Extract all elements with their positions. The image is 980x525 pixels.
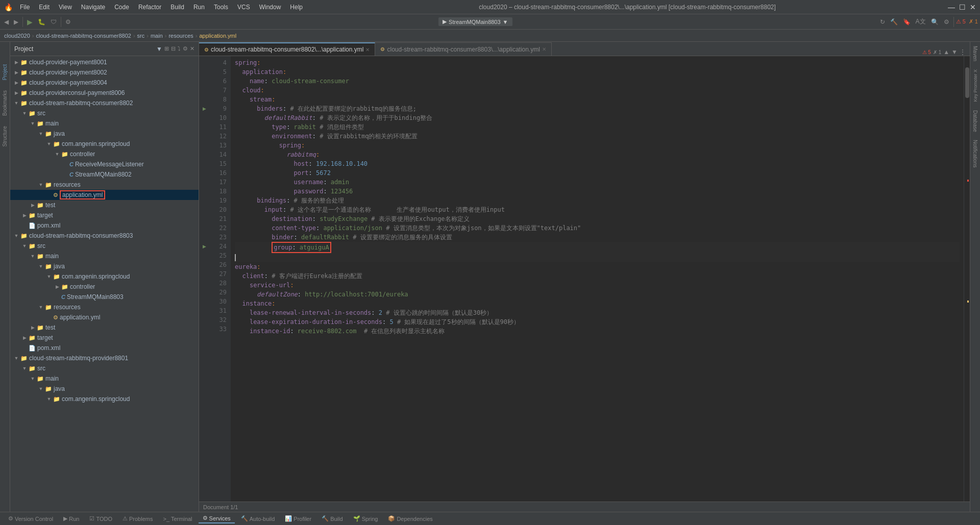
- tree-item-src[interactable]: ▼ 📁 src: [10, 108, 199, 118]
- tree-item-resources8803[interactable]: ▼ 📁 resources: [10, 302, 199, 312]
- more-options-icon[interactable]: ⋮: [960, 48, 966, 56]
- tree-item-java8801[interactable]: ▼ 📁 java: [10, 384, 199, 394]
- up-arrow-icon[interactable]: ▲: [943, 48, 949, 56]
- menu-view[interactable]: View: [55, 3, 76, 12]
- tree-item-main8803[interactable]: ▼ 📁 main: [10, 251, 199, 261]
- tree-item-package8803[interactable]: ▼ 📁 com.angenin.springcloud: [10, 271, 199, 282]
- tree-item-java8803[interactable]: ▼ 📁 java: [10, 261, 199, 271]
- tree-item-java[interactable]: ▼ 📁 java: [10, 129, 199, 139]
- expand-all-icon[interactable]: ⊞: [164, 45, 169, 52]
- bottom-tab-run[interactable]: ▶ Run: [59, 514, 83, 523]
- tree-item-consumer8802[interactable]: ▼ 📁 cloud-stream-rabbitmq-consumer8802: [10, 98, 199, 108]
- search-button[interactable]: 🔍: [929, 17, 941, 27]
- tab-close-button[interactable]: ✕: [365, 47, 370, 53]
- bookmarks-panel-button[interactable]: Bookmarks: [1, 88, 9, 118]
- tab-close-button[interactable]: ✕: [542, 46, 546, 52]
- menu-vcs[interactable]: VCS: [233, 3, 254, 12]
- menu-navigate[interactable]: Navigate: [77, 3, 109, 12]
- autoscroll-icon[interactable]: ⤵: [178, 45, 181, 52]
- bottom-tab-build[interactable]: 🔨 Build: [317, 514, 347, 523]
- code-editor[interactable]: spring: application: name: cloud-stream-…: [231, 56, 964, 502]
- breadcrumb-root[interactable]: cloud2020: [4, 33, 30, 39]
- menu-tools[interactable]: Tools: [210, 3, 232, 12]
- bottom-tab-profiler[interactable]: 📊 Profiler: [281, 514, 315, 523]
- warning-count[interactable]: ✗ 1: [969, 18, 978, 25]
- tree-item-receive-listener[interactable]: C ReceiveMessageListener: [10, 159, 199, 169]
- tab-consumer8802-yml[interactable]: ⚙ cloud-stream-rabbitmq-consumer8802\...…: [199, 42, 375, 56]
- error-count[interactable]: ⚠ 5: [956, 18, 966, 25]
- notifications-panel-button[interactable]: Notifications: [971, 138, 979, 169]
- menu-run[interactable]: Run: [189, 3, 209, 12]
- bottom-tab-version-control[interactable]: ⚙ Version Control: [4, 514, 57, 523]
- maven-panel-button[interactable]: Maven: [971, 44, 979, 63]
- tree-item-package[interactable]: ▼ 📁 com.angenin.springcloud: [10, 139, 199, 149]
- settings-icon[interactable]: ⚙: [183, 45, 188, 52]
- minimize-button[interactable]: —: [948, 3, 955, 11]
- build-button[interactable]: 🔨: [888, 17, 900, 27]
- scroll-thumb[interactable]: [965, 67, 969, 98]
- translate-button[interactable]: A文: [914, 16, 928, 27]
- forward-button[interactable]: ▶: [12, 17, 20, 27]
- bottom-tab-todo[interactable]: ☑ TODO: [85, 514, 116, 523]
- structure-panel-button[interactable]: Structure: [1, 124, 9, 149]
- breadcrumb-resources[interactable]: resources: [168, 33, 193, 39]
- back-button[interactable]: ◀: [2, 17, 11, 27]
- menu-edit[interactable]: Edit: [35, 3, 54, 12]
- more-button[interactable]: ⚙: [942, 17, 951, 27]
- close-button[interactable]: ✕: [970, 3, 976, 11]
- bottom-tab-services[interactable]: ⚙ Services: [199, 514, 235, 523]
- run-config-selector[interactable]: ▶ StreamMQMain8803 ▼: [438, 17, 512, 26]
- tree-item-test8803[interactable]: ▶ 📁 test: [10, 322, 199, 333]
- maximize-button[interactable]: ☐: [959, 3, 966, 11]
- bottom-tab-auto-build[interactable]: 🔨 Auto-build: [237, 514, 279, 523]
- tab-consumer8803-yml[interactable]: ⚙ cloud-stream-rabbitmq-consumer8803\...…: [375, 42, 551, 56]
- tree-item-payment8001[interactable]: ▶ 📁 cloud-provider-payment8001: [10, 57, 199, 67]
- menu-refactor[interactable]: Refactor: [134, 3, 165, 12]
- project-panel-button[interactable]: Project: [1, 62, 9, 82]
- tree-item-src8801[interactable]: ▼ 📁 src: [10, 363, 199, 373]
- bottom-tab-spring[interactable]: 🌱 Spring: [349, 514, 382, 523]
- key-promoter-panel-button[interactable]: Key Promoter X: [972, 67, 979, 104]
- tree-item-src8803[interactable]: ▼ 📁 src: [10, 241, 199, 251]
- down-arrow-icon[interactable]: ▼: [951, 48, 958, 56]
- tree-item-payment8006[interactable]: ▶ 📁 cloud-providerconsul-payment8006: [10, 88, 199, 98]
- tree-item-main[interactable]: ▼ 📁 main: [10, 118, 199, 129]
- refresh-button[interactable]: ↻: [878, 17, 887, 27]
- menu-build[interactable]: Build: [166, 3, 188, 12]
- run-button[interactable]: ▶: [25, 17, 35, 27]
- tree-item-streammq8803[interactable]: C StreamMQMain8803: [10, 292, 199, 302]
- bottom-tab-dependencies[interactable]: 📦 Dependencies: [384, 514, 436, 523]
- breadcrumb-file[interactable]: application.yml: [199, 33, 236, 39]
- database-panel-button[interactable]: Database: [971, 108, 979, 134]
- breadcrumb-module[interactable]: cloud-stream-rabbitmq-consumer8802: [36, 33, 131, 39]
- tree-item-payment8002[interactable]: ▶ 📁 cloud-provider-payment8002: [10, 67, 199, 78]
- tree-item-pom8803[interactable]: 📄 pom.xml: [10, 343, 199, 353]
- tree-item-provider8801[interactable]: ▼ 📁 cloud-stream-rabbitmq-provider8801: [10, 353, 199, 363]
- tree-item-resources8802[interactable]: ▼ 📁 resources: [10, 180, 199, 190]
- tree-item-pom8802[interactable]: 📄 pom.xml: [10, 220, 199, 231]
- collapse-all-icon[interactable]: ⊟: [171, 45, 176, 52]
- tree-item-streammq8802[interactable]: C StreamMQMain8802: [10, 169, 199, 180]
- menu-help[interactable]: Help: [286, 3, 307, 12]
- breadcrumb-main[interactable]: main: [151, 33, 163, 39]
- debug-button[interactable]: 🐛: [36, 17, 47, 27]
- tree-item-controller[interactable]: ▼ 📁 controller: [10, 149, 199, 159]
- tree-item-target8803[interactable]: ▶ 📁 target: [10, 333, 199, 343]
- bottom-tab-terminal[interactable]: >_ Terminal: [159, 515, 196, 523]
- tree-item-controller8803[interactable]: ▶ 📁 controller: [10, 282, 199, 292]
- tree-item-target[interactable]: ▶ 📁 target: [10, 210, 199, 220]
- tree-item-payment8004[interactable]: ▶ 📁 cloud-provider-payment8004: [10, 78, 199, 88]
- tree-item-test[interactable]: ▶ 📁 test: [10, 200, 199, 210]
- menu-window[interactable]: Window: [255, 3, 285, 12]
- tree-item-consumer8803[interactable]: ▼ 📁 cloud-stream-rabbitmq-consumer8803: [10, 231, 199, 241]
- tree-item-package8801[interactable]: ▼ 📁 com.angenin.springcloud: [10, 394, 199, 404]
- tree-item-application-yml-8803[interactable]: ⚙ application.yml: [10, 312, 199, 322]
- menu-code[interactable]: Code: [110, 3, 133, 12]
- bottom-tab-problems[interactable]: ⚠ Problems: [118, 514, 157, 523]
- run-with-coverage-button[interactable]: 🛡: [48, 17, 59, 27]
- editor-scrollbar[interactable]: [964, 56, 970, 502]
- breadcrumb-src[interactable]: src: [137, 33, 145, 39]
- bookmark-button[interactable]: 🔖: [901, 17, 913, 27]
- menu-file[interactable]: File: [16, 3, 34, 12]
- settings-button[interactable]: ⚙: [63, 17, 73, 27]
